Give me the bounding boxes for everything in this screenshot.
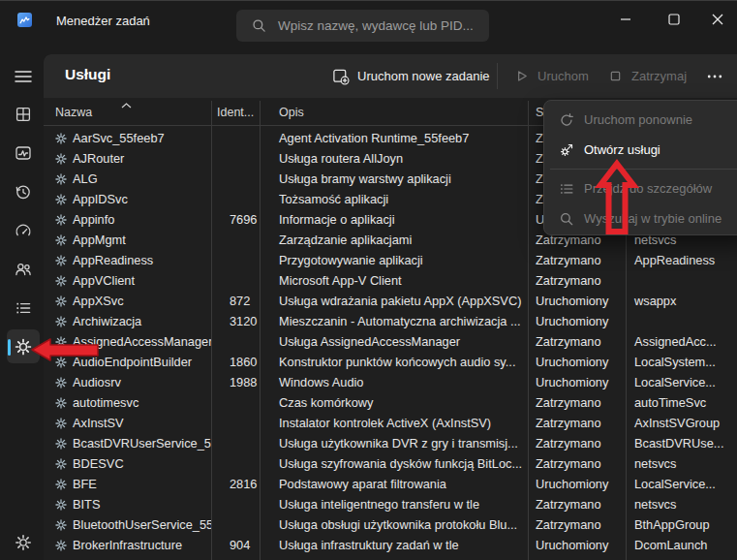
sidebar-item-users[interactable] bbox=[15, 261, 32, 278]
table-row[interactable]: Archiwizacja3120Mieszczanin - Automatycz… bbox=[44, 311, 737, 331]
service-pid: 3120 bbox=[211, 311, 260, 331]
service-name: AxInstSV bbox=[73, 413, 124, 433]
table-row[interactable]: AppVClientMicrosoft App-V ClientZatrzyma… bbox=[44, 270, 737, 291]
service-group bbox=[626, 311, 737, 331]
service-description: Konstruktor punktów końcowych audio sy..… bbox=[260, 352, 528, 372]
menu-item-label: Wyszukaj w trybie online bbox=[584, 211, 722, 226]
service-group: netsvcs bbox=[626, 494, 737, 514]
service-name: BFE bbox=[73, 474, 97, 494]
service-gear-icon bbox=[55, 173, 67, 185]
column-header-pid[interactable]: Ident... bbox=[211, 101, 260, 125]
cell-name: Archiwizacja bbox=[44, 311, 211, 331]
sidebar-item-startup-apps[interactable] bbox=[15, 222, 32, 239]
service-pid bbox=[211, 128, 260, 148]
table-row[interactable]: BcastDVRUserService_55...Usługa użytkown… bbox=[44, 433, 737, 453]
search-input[interactable]: Wpisz nazwę, wydawcę lub PID... bbox=[236, 10, 489, 42]
service-gear-icon bbox=[55, 519, 67, 531]
service-gear-icon bbox=[55, 153, 67, 165]
service-name: AarSvc_55feeb7 bbox=[73, 128, 165, 148]
maximize-button[interactable] bbox=[663, 9, 685, 30]
restart-icon bbox=[559, 112, 574, 128]
cell-name: BTAGService bbox=[44, 555, 211, 560]
sidebar-item-details[interactable] bbox=[15, 299, 32, 317]
service-group: LocalSystem... bbox=[626, 352, 737, 372]
service-name: Appinfo bbox=[73, 209, 114, 230]
command-bar-divider bbox=[497, 63, 498, 89]
cell-name: BluetoothUserService_55... bbox=[44, 514, 211, 535]
services-icon bbox=[15, 338, 32, 356]
service-description: Usługa użytkownika DVR z gry i transmisj… bbox=[260, 433, 528, 453]
service-gear-icon bbox=[55, 357, 67, 368]
service-status: Uruchomiony bbox=[528, 352, 626, 372]
service-gear-icon bbox=[55, 214, 67, 226]
service-status: Zatrzymano bbox=[528, 494, 626, 514]
column-header-description[interactable]: Opis bbox=[260, 101, 528, 125]
menu-item-restart[interactable]: Uruchom ponownie bbox=[544, 105, 737, 135]
service-pid: 1988 bbox=[211, 372, 260, 392]
service-status: Uruchomiony bbox=[528, 311, 626, 331]
service-status: Zatrzymano bbox=[528, 331, 626, 352]
table-row[interactable]: BFE2816Podstawowy aparat filtrowaniaUruc… bbox=[44, 474, 737, 494]
service-description: Instalator kontrolek ActiveX (AxInstSV) bbox=[260, 413, 528, 433]
table-row[interactable]: Audiosrv1988Windows AudioUruchomionyLoca… bbox=[44, 372, 737, 392]
service-gear-icon bbox=[55, 479, 67, 490]
service-pid bbox=[211, 169, 260, 189]
service-description: Usługa routera AllJoyn bbox=[260, 148, 528, 169]
service-name: Archiwizacja bbox=[73, 311, 141, 331]
sidebar-item-services[interactable] bbox=[15, 338, 32, 356]
sidebar-item-app-history[interactable] bbox=[15, 183, 32, 201]
sidebar-item-performance[interactable] bbox=[15, 144, 32, 162]
service-name: AppVClient bbox=[73, 270, 135, 291]
service-description: Microsoft App-V Client bbox=[260, 270, 528, 291]
menu-separator bbox=[550, 169, 737, 170]
stop-button[interactable]: Zatrzymaj bbox=[607, 54, 687, 98]
service-description: Przygotowywanie aplikacji bbox=[260, 250, 528, 270]
table-row[interactable]: AudioEndpointBuilder1860Konstruktor punk… bbox=[44, 352, 737, 372]
service-gear-icon bbox=[55, 255, 67, 266]
stop-icon bbox=[607, 68, 624, 84]
cell-name: AJRouter bbox=[44, 148, 211, 169]
settings-icon bbox=[15, 534, 32, 551]
service-name: AudioEndpointBuilder bbox=[73, 352, 192, 372]
menu-item-search-online[interactable]: Wyszukaj w trybie online bbox=[544, 203, 737, 233]
service-name: BcastDVRUserService_55... bbox=[73, 433, 211, 453]
service-status: Uruchomiony bbox=[528, 291, 626, 311]
details-icon bbox=[15, 299, 32, 317]
sidebar-item-settings[interactable] bbox=[15, 534, 32, 551]
service-pid bbox=[211, 270, 260, 291]
cell-name: AxInstSV bbox=[44, 413, 211, 433]
run-new-task-button[interactable]: Uruchom nowe zadanie bbox=[332, 54, 490, 98]
run-button[interactable]: Uruchom bbox=[513, 54, 589, 98]
navigation-menu-button[interactable] bbox=[15, 69, 32, 84]
processes-icon bbox=[15, 106, 32, 123]
service-status: Uruchomiony bbox=[528, 535, 626, 555]
service-description: Usługa bramy warstwy aplikacji bbox=[260, 169, 528, 189]
table-row[interactable]: AxInstSVInstalator kontrolek ActiveX (Ax… bbox=[44, 413, 737, 433]
service-name: BTAGService bbox=[73, 555, 147, 560]
menu-item-label: Otwórz usługi bbox=[584, 142, 660, 157]
menu-item-go-to-details[interactable]: Przejdź do szczegółów bbox=[544, 173, 737, 203]
table-row[interactable]: BTAGServiceUsługa bramy audio BluetoothZ… bbox=[44, 555, 737, 560]
table-row[interactable]: BITSUsługa inteligentnego transferu w tl… bbox=[44, 494, 737, 514]
more-options-button[interactable] bbox=[706, 54, 723, 98]
table-row[interactable]: autotimesvcCzas komórkowyZatrzymanoautoT… bbox=[44, 392, 737, 413]
table-row[interactable]: AppXSvc872Usługa wdrażania pakietu AppX … bbox=[44, 291, 737, 311]
service-status: Zatrzymano bbox=[528, 433, 626, 453]
search-online-icon bbox=[559, 211, 574, 227]
table-row[interactable]: AssignedAccessManager...Usługa AssignedA… bbox=[44, 331, 737, 352]
table-row[interactable]: BrokerInfrastructure904Usługa infrastruk… bbox=[44, 535, 737, 555]
service-gear-icon bbox=[55, 377, 67, 389]
ellipsis-icon bbox=[706, 68, 723, 85]
play-icon bbox=[513, 68, 530, 84]
service-name: AppReadiness bbox=[73, 250, 153, 270]
sidebar-item-processes[interactable] bbox=[15, 106, 32, 123]
service-name: autotimesvc bbox=[73, 392, 138, 413]
minimize-button[interactable] bbox=[615, 9, 636, 30]
menu-item-open-services[interactable]: Otwórz usługi bbox=[544, 135, 737, 165]
table-row[interactable]: BDESVCUsługa szyfrowania dysków funkcją … bbox=[44, 453, 737, 474]
table-row[interactable]: BluetoothUserService_55...Usługa obsługi… bbox=[44, 514, 737, 535]
service-pid bbox=[211, 453, 260, 474]
table-row[interactable]: AppReadinessPrzygotowywanie aplikacjiZat… bbox=[44, 250, 737, 270]
close-button[interactable] bbox=[707, 9, 728, 30]
service-group: LocalService... bbox=[626, 474, 737, 494]
